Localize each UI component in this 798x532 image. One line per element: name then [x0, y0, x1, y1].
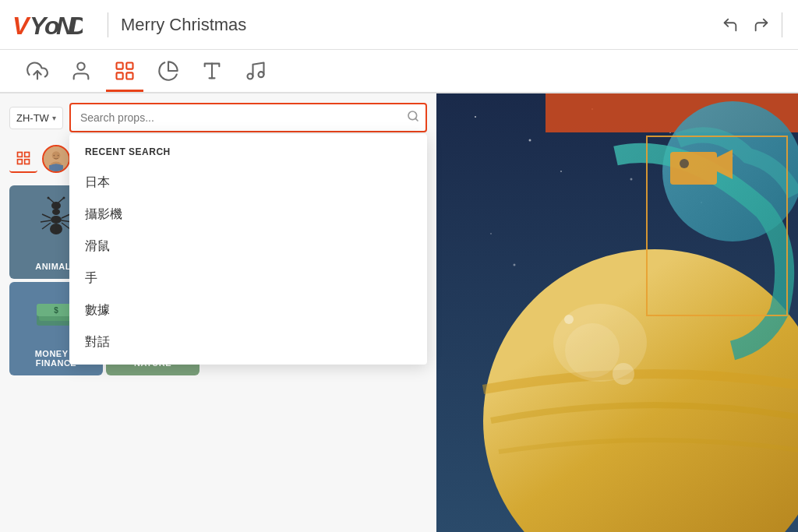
header-divider [108, 12, 108, 37]
upload-icon [26, 60, 48, 82]
svg-point-68 [475, 116, 476, 118]
svg-rect-20 [25, 160, 30, 164]
search-dropdown: RECENT SEARCH 日本 攝影機 滑鼠 手 數據 對話 [69, 134, 427, 365]
svg-point-33 [48, 197, 50, 199]
svg-point-89 [613, 363, 634, 385]
svg-point-87 [680, 159, 689, 168]
svg-point-6 [77, 63, 84, 70]
canvas-area[interactable] [436, 93, 798, 532]
svg-point-74 [560, 171, 562, 172]
svg-point-14 [259, 72, 264, 77]
logo-svg: V Y o N D [12, 11, 83, 39]
toolbar-props[interactable] [106, 50, 143, 92]
dropdown-item-1[interactable]: 攝影機 [69, 199, 427, 231]
language-select[interactable]: ZH-TW ▾ [9, 107, 63, 129]
toolbar-upload[interactable] [19, 50, 56, 92]
left-panel: ZH-TW ▾ RECENT SEARCH 日本 攝影機 [0, 93, 436, 532]
redo-icon [753, 16, 770, 33]
svg-rect-24 [49, 165, 63, 171]
svg-line-35 [42, 214, 51, 218]
svg-line-16 [415, 118, 418, 121]
chart-icon [157, 60, 179, 82]
svg-line-37 [42, 223, 51, 229]
avatar-svg [44, 146, 69, 171]
toolbar [0, 50, 798, 93]
text-icon [201, 60, 223, 82]
header-right-divider [782, 12, 782, 37]
canvas-svg [436, 93, 798, 532]
avatar[interactable] [42, 145, 70, 173]
svg-rect-9 [117, 72, 123, 79]
svg-point-22 [52, 151, 61, 160]
right-panel [436, 93, 798, 532]
svg-point-25 [53, 155, 55, 157]
header-actions [716, 11, 786, 39]
search-input[interactable] [69, 103, 427, 132]
svg-point-34 [63, 197, 65, 199]
grid-icon [16, 150, 31, 166]
header-title: Merry Christmas [121, 15, 716, 35]
svg-point-75 [630, 178, 633, 181]
svg-rect-19 [18, 160, 23, 164]
svg-rect-7 [117, 63, 123, 69]
svg-point-69 [529, 139, 531, 142]
toolbar-chart[interactable] [150, 50, 187, 92]
dropdown-items-list: 日本 攝影機 滑鼠 手 數據 對話 [69, 167, 427, 358]
svg-point-26 [58, 155, 59, 157]
dropdown-item-5[interactable]: 對話 [69, 326, 427, 358]
svg-point-82 [565, 323, 620, 378]
tab-grid[interactable] [9, 145, 37, 173]
svg-point-77 [490, 233, 492, 234]
svg-text:$: $ [54, 306, 58, 315]
toolbar-text[interactable] [193, 50, 231, 92]
svg-text:D: D [69, 12, 83, 39]
svg-rect-17 [18, 153, 23, 157]
svg-point-28 [51, 216, 62, 224]
props-icon [114, 60, 136, 82]
svg-point-30 [51, 202, 61, 210]
character-icon [70, 60, 92, 82]
main: ZH-TW ▾ RECENT SEARCH 日本 攝影機 [0, 93, 798, 532]
undo-button[interactable] [716, 11, 744, 39]
music-icon [245, 60, 267, 82]
dropdown-section-title: RECENT SEARCH [69, 146, 427, 167]
svg-rect-18 [25, 153, 30, 157]
filter-row: ZH-TW ▾ RECENT SEARCH 日本 攝影機 [0, 93, 436, 139]
svg-point-78 [514, 264, 516, 266]
svg-point-88 [564, 315, 574, 324]
toolbar-music[interactable] [237, 50, 274, 92]
svg-point-27 [52, 209, 60, 215]
search-container: RECENT SEARCH 日本 攝影機 滑鼠 手 數據 對話 [69, 103, 427, 132]
svg-rect-10 [126, 72, 132, 79]
svg-rect-85 [670, 152, 717, 185]
search-icon [407, 110, 419, 125]
dropdown-item-2[interactable]: 滑鼠 [69, 231, 427, 262]
redo-button[interactable] [747, 11, 775, 39]
dropdown-item-0[interactable]: 日本 [69, 167, 427, 199]
svg-point-29 [50, 224, 62, 234]
language-arrow: ▾ [52, 114, 56, 122]
dropdown-item-4[interactable]: 數據 [69, 294, 427, 326]
dropdown-item-3[interactable]: 手 [69, 262, 427, 294]
svg-line-36 [41, 220, 51, 222]
svg-text:V: V [12, 12, 31, 39]
logo: V Y o N D [12, 11, 83, 39]
toolbar-character[interactable] [62, 50, 100, 92]
header: V Y o N D Merry Christmas [0, 0, 798, 50]
svg-point-13 [248, 74, 253, 79]
language-value: ZH-TW [16, 112, 49, 124]
undo-icon [722, 16, 739, 33]
svg-rect-8 [126, 63, 132, 69]
